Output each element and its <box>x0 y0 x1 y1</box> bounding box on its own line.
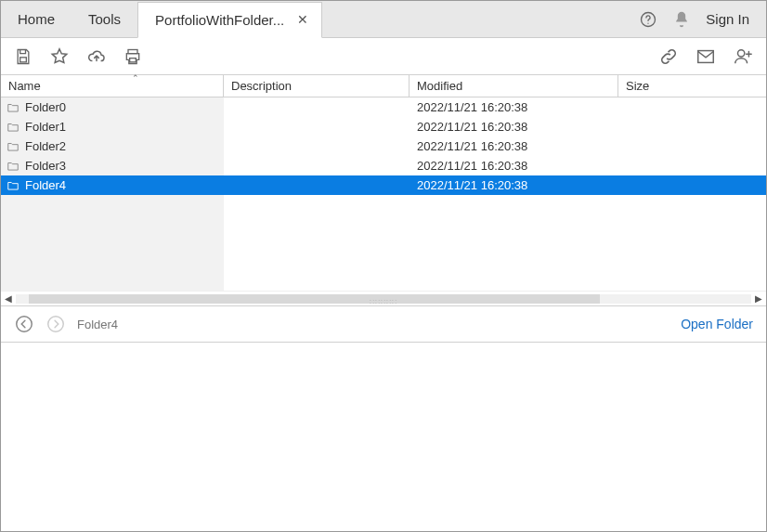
folder-icon <box>6 121 20 134</box>
column-modified[interactable]: Modified <box>410 75 618 97</box>
star-icon[interactable] <box>49 46 70 67</box>
nav-bar: Folder4 Open Folder <box>1 305 766 343</box>
table-row[interactable]: Folder22022/11/21 16:20:38 <box>1 136 766 156</box>
scroll-thumb[interactable] <box>29 294 600 304</box>
row-modified: 2022/11/21 16:20:38 <box>410 178 618 192</box>
tab-bar: Home Tools PortfolioWithFolder... ✕ Sign… <box>1 1 766 38</box>
scroll-track[interactable]: ∷∷∷∷∷ <box>16 294 751 304</box>
column-headers: Name ⌃ Description Modified Size <box>1 75 766 97</box>
mail-icon[interactable] <box>696 46 716 67</box>
svg-point-6 <box>738 49 745 56</box>
tab-tools[interactable]: Tools <box>72 1 137 37</box>
column-modified-label: Modified <box>417 79 462 93</box>
nav-back-icon[interactable] <box>14 314 34 334</box>
tab-document[interactable]: PortfolioWithFolder... ✕ <box>137 2 322 38</box>
breadcrumb: Folder4 <box>77 318 118 331</box>
svg-point-8 <box>48 317 64 332</box>
column-size[interactable]: Size <box>618 75 766 97</box>
folder-icon <box>6 101 20 114</box>
svg-point-1 <box>648 22 649 23</box>
scroll-right-icon[interactable]: ▶ <box>751 293 766 304</box>
row-name: Folder2 <box>25 139 66 153</box>
row-modified: 2022/11/21 16:20:38 <box>410 120 618 134</box>
column-description[interactable]: Description <box>224 75 410 97</box>
file-list: Folder02022/11/21 16:20:38Folder12022/11… <box>1 97 766 291</box>
row-modified: 2022/11/21 16:20:38 <box>410 159 618 173</box>
svg-point-7 <box>17 317 32 332</box>
row-name: Folder1 <box>25 120 66 134</box>
table-row[interactable]: Folder42022/11/21 16:20:38 <box>1 175 766 195</box>
row-name: Folder0 <box>25 100 66 114</box>
print-icon[interactable] <box>124 47 142 66</box>
resize-grip-icon[interactable]: ∷∷∷∷∷ <box>370 298 397 306</box>
cloud-upload-icon[interactable] <box>86 46 107 67</box>
svg-rect-4 <box>130 58 136 61</box>
tab-tools-label: Tools <box>88 11 121 27</box>
tab-home[interactable]: Home <box>1 1 72 37</box>
content-area <box>1 343 766 531</box>
row-name: Folder4 <box>25 178 66 192</box>
row-modified: 2022/11/21 16:20:38 <box>410 139 618 153</box>
close-icon[interactable]: ✕ <box>293 12 312 27</box>
save-icon[interactable] <box>14 47 32 66</box>
sign-in-link[interactable]: Sign In <box>706 11 749 27</box>
nav-forward-icon <box>46 314 66 334</box>
tab-document-label: PortfolioWithFolder... <box>155 12 284 28</box>
link-icon[interactable] <box>658 46 679 67</box>
folder-icon <box>6 160 20 173</box>
table-row[interactable]: Folder12022/11/21 16:20:38 <box>1 117 766 136</box>
column-description-label: Description <box>231 79 292 93</box>
sort-asc-icon: ⌃ <box>132 73 139 83</box>
help-icon[interactable] <box>639 10 657 29</box>
column-name[interactable]: Name ⌃ <box>1 75 224 97</box>
horizontal-scrollbar[interactable]: ◀ ∷∷∷∷∷ ▶ <box>1 291 766 305</box>
add-person-icon[interactable] <box>733 46 753 67</box>
column-size-label: Size <box>626 79 649 93</box>
folder-icon <box>6 140 20 153</box>
table-row[interactable]: Folder32022/11/21 16:20:38 <box>1 156 766 175</box>
folder-icon <box>6 179 20 192</box>
row-modified: 2022/11/21 16:20:38 <box>410 100 618 114</box>
tab-home-label: Home <box>18 11 55 27</box>
column-name-label: Name <box>8 79 41 93</box>
scroll-left-icon[interactable]: ◀ <box>1 293 16 304</box>
row-name: Folder3 <box>25 159 66 173</box>
table-row[interactable]: Folder02022/11/21 16:20:38 <box>1 97 766 117</box>
svg-rect-2 <box>20 57 27 61</box>
sign-in-label: Sign In <box>706 11 749 27</box>
bell-icon[interactable] <box>672 10 691 29</box>
toolbar <box>1 38 766 75</box>
open-folder-link[interactable]: Open Folder <box>681 317 753 331</box>
